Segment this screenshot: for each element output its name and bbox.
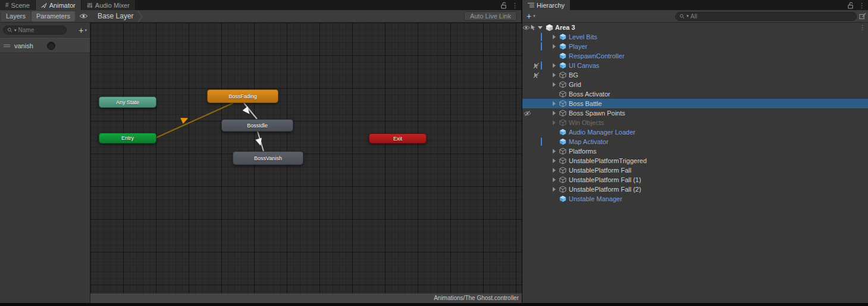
- hierarchy-row[interactable]: UnstablePlatform Fall: [522, 166, 868, 175]
- parameter-row-vanish[interactable]: vanish: [0, 38, 90, 53]
- search-icon: [679, 14, 685, 19]
- tab-scene[interactable]: # Scene: [0, 0, 35, 10]
- prefab-cube-icon: [558, 129, 568, 136]
- override-bar: [541, 138, 542, 146]
- expand-arrow-icon[interactable]: [550, 187, 558, 192]
- state-node-boss-vanish[interactable]: BossVanish: [233, 151, 303, 165]
- hierarchy-row[interactable]: RespawnController: [522, 51, 868, 61]
- expand-arrow-icon[interactable]: [550, 158, 558, 163]
- hierarchy-row[interactable]: UnstablePlatformTriggered: [522, 156, 868, 166]
- breadcrumb[interactable]: Base Layer: [98, 12, 134, 20]
- gameobject-label: RespawnController: [569, 52, 625, 60]
- animator-window: # Scene Animator Audio Mixer ⋮: [0, 0, 522, 306]
- state-node-boss-idle[interactable]: BossIdle: [221, 119, 293, 132]
- hierarchy-row[interactable]: Platforms: [522, 146, 868, 156]
- layers-button[interactable]: Layers: [1, 11, 30, 21]
- chevron-down-icon: ▾: [84, 28, 87, 33]
- menu-kebab-icon[interactable]: ⋮: [512, 2, 518, 8]
- menu-kebab-icon[interactable]: ⋮: [858, 2, 865, 8]
- gameobject-label: Boss Spawn Points: [569, 110, 625, 117]
- eye-icon[interactable]: [79, 13, 88, 19]
- expand-arrow-icon[interactable]: [550, 82, 558, 87]
- hierarchy-search-input[interactable]: ▾ All: [675, 12, 857, 21]
- tab-audio-mixer-label: Audio Mixer: [95, 2, 130, 9]
- grid-icon: #: [5, 2, 9, 8]
- parameters-button[interactable]: Parameters: [32, 11, 75, 21]
- gameobject-label: Win Objects: [569, 119, 604, 126]
- expand-arrow-icon[interactable]: [550, 111, 558, 115]
- override-bar-empty: [541, 52, 542, 60]
- hierarchy-row[interactable]: Unstable Manager: [522, 194, 868, 204]
- expand-arrow-icon[interactable]: [550, 177, 558, 182]
- hierarchy-row[interactable]: Audio Manager Loader: [522, 127, 868, 137]
- create-object-button[interactable]: + ▾: [527, 13, 535, 20]
- parameter-name: vanish: [14, 42, 33, 49]
- tab-animator-label: Animator: [49, 2, 76, 9]
- collapse-triangle-icon[interactable]: [538, 26, 543, 29]
- hierarchy-row[interactable]: Boss Spawn Points: [522, 108, 868, 118]
- expand-arrow-icon[interactable]: [550, 120, 558, 125]
- gameobject-label: Unstable Manager: [569, 195, 622, 202]
- prefab-cube-icon: [558, 52, 568, 60]
- tab-audio-mixer[interactable]: Audio Mixer: [82, 0, 135, 10]
- scene-visibility-eye-icon[interactable]: [522, 23, 530, 32]
- override-bar: [541, 42, 542, 51]
- expand-arrow-icon[interactable]: [550, 44, 558, 49]
- hierarchy-rows: Area 3 ⋮ Level BitsPlayerRespawnControll…: [522, 23, 868, 303]
- parameter-search-input[interactable]: ▾ Name: [3, 26, 67, 35]
- lock-icon[interactable]: [847, 2, 854, 9]
- prefab-cube-icon: [558, 62, 568, 69]
- hierarchy-row[interactable]: Map Activator: [522, 137, 868, 146]
- edit-rect-icon[interactable]: [859, 13, 866, 20]
- expand-arrow-icon[interactable]: [550, 35, 558, 39]
- expand-arrow-icon[interactable]: [550, 101, 558, 106]
- state-node-boss-fading[interactable]: BossFading: [207, 89, 278, 103]
- hierarchy-row[interactable]: UnstablePlatform Fall (1): [522, 175, 868, 185]
- auto-live-link-button[interactable]: Auto Live Link: [464, 11, 517, 21]
- hierarchy-row[interactable]: Grid: [522, 80, 868, 89]
- hierarchy-row[interactable]: Boss Activator: [522, 89, 868, 99]
- state-node-label: Exit: [393, 136, 402, 142]
- gameobject-cube-icon: [558, 186, 568, 193]
- eye-off-icon[interactable]: [522, 110, 532, 117]
- gameobject-cube-icon: [558, 157, 568, 164]
- animator-graph[interactable]: Any StateBossFadingEntryBossIdleBossVani…: [90, 23, 522, 293]
- override-bar-empty: [541, 109, 542, 117]
- expand-arrow-icon[interactable]: [550, 168, 558, 173]
- gameobject-label: Boss Activator: [569, 90, 610, 98]
- pick-off-icon[interactable]: [532, 72, 541, 79]
- gameobject-label: Grid: [569, 81, 581, 88]
- state-node-exit[interactable]: Exit: [369, 133, 427, 143]
- state-node-label: BossFading: [228, 93, 257, 99]
- chevron-down-icon: ▾: [533, 14, 535, 18]
- breadcrumb-chevron-icon: [137, 11, 143, 22]
- hierarchy-row[interactable]: UI Canvas: [522, 61, 868, 70]
- hierarchy-row[interactable]: Player: [522, 42, 868, 51]
- gameobject-label: Platforms: [569, 148, 596, 155]
- hierarchy-row[interactable]: Level Bits: [522, 32, 868, 42]
- unity-editor: # Scene Animator Audio Mixer ⋮: [0, 0, 868, 306]
- hierarchy-row[interactable]: UnstablePlatform Fall (2): [522, 185, 868, 194]
- tab-hierarchy[interactable]: Hierarchy: [522, 0, 570, 10]
- transition-lines: [90, 23, 522, 293]
- hierarchy-row[interactable]: BG: [522, 70, 868, 80]
- hierarchy-row[interactable]: Win Objects: [522, 118, 868, 127]
- lock-icon[interactable]: [500, 2, 507, 9]
- state-node-entry[interactable]: Entry: [99, 133, 156, 143]
- menu-kebab-icon[interactable]: ⋮: [859, 24, 866, 30]
- hierarchy-row[interactable]: Boss Battle: [522, 99, 868, 108]
- expand-arrow-icon[interactable]: [550, 149, 558, 154]
- scene-picking-icon[interactable]: [530, 23, 536, 32]
- drag-handle-icon[interactable]: [4, 45, 10, 47]
- gameobject-cube-icon: [558, 176, 568, 183]
- gameobject-cube-icon: [558, 148, 568, 155]
- state-node-any-state[interactable]: Any State: [99, 96, 156, 108]
- expand-arrow-icon[interactable]: [550, 73, 558, 77]
- pick-off-icon[interactable]: [532, 63, 541, 69]
- state-node-label: BossVanish: [254, 155, 282, 161]
- expand-arrow-icon[interactable]: [550, 63, 558, 68]
- hierarchy-root-row[interactable]: Area 3 ⋮: [522, 23, 868, 32]
- tab-animator[interactable]: Animator: [36, 0, 81, 10]
- trigger-button[interactable]: [47, 42, 55, 50]
- add-parameter-button[interactable]: + ▾: [79, 27, 87, 34]
